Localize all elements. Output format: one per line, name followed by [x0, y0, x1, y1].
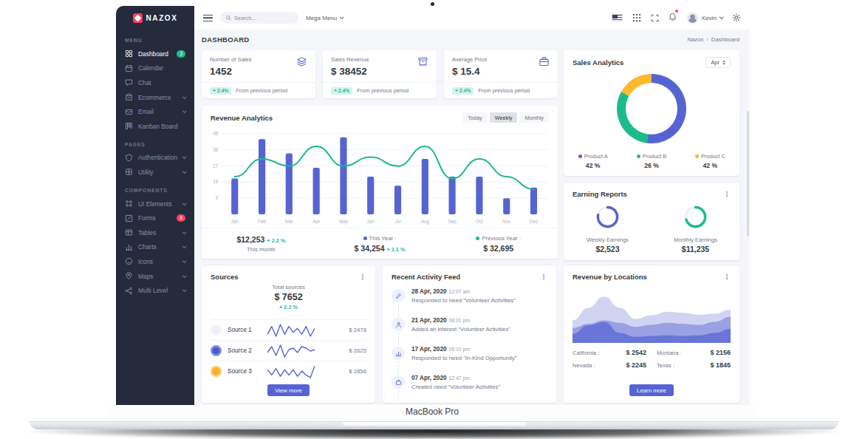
- notifications-bell[interactable]: [669, 11, 677, 24]
- series-dot-previous-year: [476, 236, 479, 240]
- apps-grid-icon[interactable]: [632, 13, 641, 22]
- kebab-menu-icon[interactable]: ⋮: [359, 273, 366, 281]
- sidebar-item-email[interactable]: Email: [116, 104, 194, 119]
- tables-icon: [125, 228, 133, 236]
- kanban-icon: [125, 122, 133, 130]
- settings-gear-icon[interactable]: [732, 13, 741, 22]
- sidebar-section-pages: PAGES: [116, 134, 194, 151]
- forms-icon: [125, 214, 133, 222]
- learn-more-button[interactable]: Learn more: [629, 384, 674, 396]
- page-title: DASHBOARD: [202, 35, 249, 44]
- shield-user-icon: [125, 154, 133, 162]
- source-1-icon: [211, 324, 222, 336]
- chevron-down-icon: [182, 273, 187, 278]
- layers-icon: [296, 56, 307, 77]
- mega-menu-button[interactable]: Mega Menu: [306, 15, 343, 21]
- source-row-3[interactable]: Source 3 $ 2856: [211, 361, 366, 381]
- navbar-content: Mega Menu Kevin: [194, 6, 750, 30]
- tab-today[interactable]: Today: [462, 112, 487, 123]
- activity-list: 28 Apr, 202012:07 am Responded to need “…: [392, 288, 549, 400]
- kebab-menu-icon[interactable]: ⋮: [540, 273, 547, 281]
- donut-legend: Product A 42 % Product B 26 % Product C …: [564, 153, 739, 169]
- share-nodes-icon: [125, 287, 133, 295]
- brand-logo[interactable]: NAZOX: [116, 6, 194, 30]
- source-2-sparkline: [267, 344, 315, 358]
- svg-text:Apr: Apr: [312, 219, 320, 225]
- revenue-bar-line-chart: 918273645JanFebMarAprMayJunJulAugSepOctN…: [206, 128, 552, 225]
- recent-activity-card: Recent Activity Feed ⋮ 28 Apr, 202012:07…: [383, 266, 556, 403]
- chevron-down-icon: [182, 95, 187, 99]
- revenue-analytics-card: Revenue Analytics Today Weekly Monthly 9…: [202, 106, 558, 259]
- avatar: [686, 12, 699, 24]
- svg-text:Oct: Oct: [476, 219, 483, 224]
- sidebar-item-kanban-board[interactable]: Kanban Board: [116, 119, 194, 134]
- activity-item: 28 Apr, 202012:07 am Responded to need “…: [392, 288, 549, 307]
- hamburger-menu-icon[interactable]: [203, 15, 213, 21]
- kebab-menu-icon[interactable]: ⋮: [723, 191, 731, 198]
- sidebar-item-maps[interactable]: Maps: [116, 269, 194, 284]
- source-2-icon: [211, 345, 222, 356]
- sidebar-item-ui-elements[interactable]: UI Elements: [116, 197, 194, 211]
- archive-box-icon: [417, 56, 428, 77]
- source-row-1[interactable]: Source 1 $ 2478: [211, 319, 366, 340]
- legend-product-b: Product B 26 %: [622, 153, 680, 169]
- sales-analytics-card: Sales Analytics Apr Product A 42 % Produ…: [564, 50, 739, 176]
- series-dot-this-year: [363, 236, 367, 240]
- this-year-stat: This Year : $ 34,254+ 2.1 %: [321, 235, 440, 253]
- delta-badge: + 2.4%: [331, 87, 352, 95]
- sidebar-item-ecommerce[interactable]: Ecommerce: [116, 90, 194, 105]
- view-more-button[interactable]: View more: [267, 384, 310, 396]
- legend-dot: [637, 154, 640, 158]
- total-sources: Total sources $ 7652 + 2.2 %: [211, 284, 366, 310]
- sidebar-item-charts[interactable]: Charts: [116, 240, 194, 255]
- svg-text:Feb: Feb: [258, 219, 267, 224]
- tab-monthly[interactable]: Monthly: [519, 112, 549, 123]
- svg-text:Aug: Aug: [421, 219, 430, 225]
- sidebar-item-calendar[interactable]: Calendar: [116, 61, 194, 76]
- sidebar-item-icons[interactable]: Icons: [116, 254, 194, 269]
- laptop-shadow: [0, 428, 868, 439]
- utility-icon: [125, 168, 133, 176]
- search-input[interactable]: [234, 15, 286, 21]
- sidebar-item-chat[interactable]: Chat: [116, 75, 194, 90]
- month-select[interactable]: Apr: [705, 57, 731, 68]
- svg-text:Dec: Dec: [530, 219, 538, 224]
- forms-badge: 8: [177, 214, 185, 222]
- user-menu[interactable]: Kevin: [686, 12, 722, 24]
- icons-icon: [125, 257, 133, 265]
- ecommerce-icon: [125, 93, 133, 101]
- navbar-actions: Kevin: [612, 11, 741, 24]
- fullscreen-icon[interactable]: [651, 14, 659, 22]
- svg-text:Jun: Jun: [367, 219, 375, 224]
- notification-dot: [675, 10, 678, 13]
- briefcase-icon: [539, 56, 550, 77]
- activity-item: 07 Apr, 202012:47 pm Created need “Volun…: [392, 375, 549, 393]
- chevron-down-icon: [182, 288, 187, 293]
- tab-weekly[interactable]: Weekly: [490, 112, 518, 123]
- language-flag-icon[interactable]: [612, 14, 623, 21]
- sidebar-item-authentication[interactable]: Authentication: [116, 151, 194, 166]
- calendar-icon: [125, 64, 133, 72]
- page-scrollbar[interactable]: [747, 111, 749, 236]
- breadcrumb-root[interactable]: Nazox: [687, 36, 703, 43]
- legend-dot: [695, 154, 699, 158]
- legend-product-a: Product A 42 %: [564, 153, 622, 169]
- search-box[interactable]: [220, 12, 298, 24]
- stat-card-number-of-sales: Number of Sales 1452 + 2.4% From previou…: [202, 50, 315, 98]
- sidebar-item-multi-level[interactable]: Multi Level: [116, 283, 194, 298]
- source-row-2[interactable]: Source 2 $ 2625: [211, 340, 366, 361]
- user-name: Kevin: [702, 15, 717, 21]
- activity-item: 17 Apr, 202005:10 pm Responded to need “…: [392, 346, 549, 364]
- sidebar-item-utility[interactable]: Utility: [116, 165, 194, 180]
- chevron-down-icon: [182, 169, 187, 174]
- earning-reports-card: Earning Reports ⋮ Weekly Earnings $2,523: [564, 183, 739, 260]
- delta-badge: + 2.4%: [210, 87, 231, 95]
- kebab-menu-icon[interactable]: ⋮: [723, 273, 731, 281]
- laptop-base: [30, 421, 838, 429]
- locations-stats: California :$ 2542 Montana :$ 2156 Nevad…: [573, 349, 731, 369]
- sidebar-item-tables[interactable]: Tables: [116, 225, 194, 240]
- sidebar-item-forms[interactable]: Forms 8: [116, 211, 194, 225]
- top-navbar: NAZOX Mega Menu: [116, 6, 750, 30]
- sidebar-item-dashboard[interactable]: Dashboard 3: [116, 47, 194, 61]
- chat-icon: [125, 78, 133, 86]
